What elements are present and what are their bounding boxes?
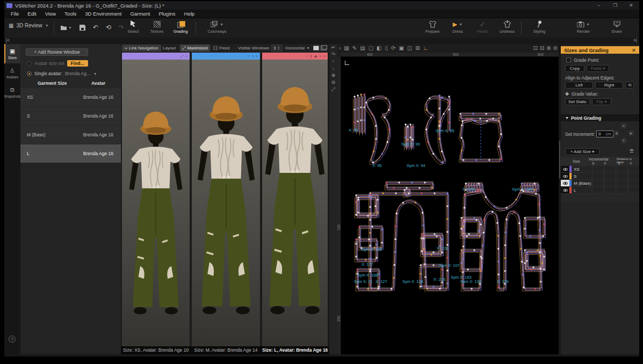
size-row-m-base[interactable]: M (Base)	[561, 180, 639, 187]
garment-size-row-s[interactable]: SBrenda Age 16	[20, 107, 121, 126]
strip-icon[interactable]: ▯	[385, 44, 388, 53]
reset-icon[interactable]: ⟲	[625, 82, 634, 89]
grade-value-cell[interactable]	[616, 187, 627, 193]
select-tool-button[interactable]: Select	[121, 20, 145, 34]
menu-item-view[interactable]: View	[41, 10, 60, 18]
link-navigation-button[interactable]: ∞ Link Navigation	[122, 45, 161, 52]
pan-down-icon[interactable]: ↓	[329, 65, 337, 72]
viewport-header[interactable]: ‹∥◉+×	[262, 53, 328, 60]
grade-value-cell[interactable]	[627, 187, 639, 193]
undress-button[interactable]: Undress	[495, 20, 519, 34]
menu-item-3d-environment[interactable]: 3D Environment	[81, 10, 126, 18]
grade-value-cell[interactable]	[604, 180, 616, 186]
ruler-corner-icon[interactable]: ∟	[423, 44, 429, 53]
menu-item-plugins[interactable]: Plugins	[154, 10, 179, 18]
share-button[interactable]: Share	[605, 20, 628, 34]
viewport-header-icon[interactable]: +	[319, 54, 321, 58]
maximize-button[interactable]: ❐	[607, 1, 623, 10]
viewport-header-icon[interactable]: ‹	[248, 54, 249, 58]
save-icon[interactable]	[80, 25, 85, 31]
viewport-header-icon[interactable]: ⤢	[180, 54, 183, 59]
zoom-out-icon[interactable]: ⊖	[553, 44, 558, 53]
mode-selector[interactable]: ▦ 3D Review ▼	[9, 23, 49, 28]
grade-value-cell[interactable]	[616, 173, 627, 179]
sidebar-tab-snapshots[interactable]: ⧉Snapshots	[4, 83, 20, 102]
nudge-up-button[interactable]: ▲	[620, 122, 627, 129]
align-right-button[interactable]: Right	[595, 82, 623, 89]
viewport-3d-body[interactable]	[192, 60, 260, 346]
mirror-icon[interactable]: ◫	[407, 44, 412, 53]
size-row-l[interactable]: L	[561, 187, 639, 194]
grade-value-cell[interactable]	[627, 166, 639, 172]
menu-item-help[interactable]: Help	[180, 10, 199, 18]
maximized-toggle[interactable]: ⤢ Maximized	[180, 45, 210, 52]
visible-windows-stepper[interactable]: 3 ▲▼	[271, 45, 282, 52]
history-button[interactable]: ⟲	[106, 24, 111, 31]
grade-value-cell[interactable]	[616, 180, 627, 186]
orbit-icon[interactable]: ↷	[329, 51, 337, 58]
panel-close-icon[interactable]: ✕	[632, 47, 636, 53]
viewport-header-icon[interactable]: ∥	[310, 54, 312, 59]
fold-icon[interactable]: ▤	[360, 44, 365, 53]
prepare-button[interactable]: Prepare	[421, 20, 444, 34]
review-viewport-3[interactable]: ‹∥◉+×	[262, 53, 328, 346]
styling-button[interactable]: Styling	[528, 20, 551, 34]
grade-value-cell[interactable]	[592, 187, 604, 193]
sidebar-tab-sizes[interactable]: ▣Sizes	[4, 44, 20, 63]
viewport-3d-body[interactable]	[262, 60, 328, 346]
layout-solid-icon[interactable]	[313, 45, 319, 52]
grade-value-cell[interactable]	[604, 173, 616, 179]
piece-icon[interactable]: ▢	[369, 44, 373, 53]
visibility-eye-icon[interactable]	[561, 166, 569, 172]
zoom-out-icon[interactable]: ⊖	[329, 79, 337, 86]
grade-value-cell[interactable]	[592, 173, 604, 179]
render-button[interactable]: ▼ Render	[572, 20, 595, 34]
find-button[interactable]: Find...	[67, 60, 88, 67]
menu-item-garment[interactable]: Garment	[126, 10, 154, 18]
viewport-header-icon[interactable]: ×	[256, 54, 258, 58]
align-left-button[interactable]: Left	[565, 82, 593, 89]
sidebar-tab-avatars[interactable]: ♙Avatars	[4, 63, 20, 83]
pattern-collapse-icon[interactable]: ‹	[339, 44, 341, 53]
grade-value-cell[interactable]	[616, 166, 627, 172]
stepper-arrows-icon[interactable]: ▲▼	[277, 46, 279, 50]
size-row-s[interactable]: S	[561, 173, 639, 180]
grid-icon[interactable]: ⊞	[415, 44, 420, 53]
menu-item-edit[interactable]: Edit	[23, 10, 40, 18]
minimize-button[interactable]: –	[591, 1, 607, 10]
size-list-icon[interactable]: ☰	[630, 148, 634, 154]
avatar-size-set-radio[interactable]	[27, 61, 32, 66]
paste-button[interactable]: Paste ▾	[587, 65, 609, 72]
colorways-button[interactable]: ▼ Colorways	[202, 20, 232, 34]
grade-value-cell[interactable]	[627, 173, 639, 179]
increment-input[interactable]: 0 cm	[596, 130, 613, 137]
finish-button[interactable]: ✓ Finish	[471, 20, 494, 34]
nudge-left-button[interactable]: ◀	[613, 130, 619, 136]
help-button[interactable]: ?	[9, 336, 16, 343]
fixed-toggle[interactable]: ⟦⟧ Fixed	[213, 45, 229, 52]
viewport-3d-body[interactable]	[122, 60, 190, 346]
collapse-right-button[interactable]: >|	[633, 38, 637, 43]
rotate-icon[interactable]: ⟳	[391, 44, 395, 53]
visibility-eye-icon[interactable]	[561, 187, 569, 193]
viewport-header[interactable]: ⤢×	[122, 53, 190, 60]
grade-value-cell[interactable]	[627, 180, 639, 186]
viewport-header-icon[interactable]: +	[251, 54, 254, 58]
grade-value-cell[interactable]	[604, 166, 616, 172]
flip-button[interactable]: Flip ▾	[592, 98, 611, 105]
viewport-header-icon[interactable]: ×	[185, 54, 187, 58]
return-icon[interactable]: ↵	[329, 44, 337, 51]
close-button[interactable]: ✕	[623, 1, 639, 10]
set-static-button[interactable]: Set Static	[565, 98, 590, 105]
block-icon[interactable]: ▣	[399, 44, 403, 53]
grade-value-cell[interactable]	[592, 180, 604, 186]
review-viewport-2[interactable]: ‹+×	[192, 53, 260, 346]
size-row-xs[interactable]: XS	[561, 166, 639, 173]
viewport-header-icon[interactable]: ×	[323, 54, 326, 58]
zoom-in-icon[interactable]: ⊕	[546, 44, 551, 53]
viewport-header-icon[interactable]: ‹	[307, 54, 308, 58]
viewport-header[interactable]: ‹+×	[192, 53, 260, 60]
single-avatar-radio[interactable]	[27, 71, 32, 76]
zoom-fit-icon[interactable]: ⊟	[540, 44, 544, 53]
dress-button[interactable]: ▶▼ Dress	[446, 20, 469, 34]
